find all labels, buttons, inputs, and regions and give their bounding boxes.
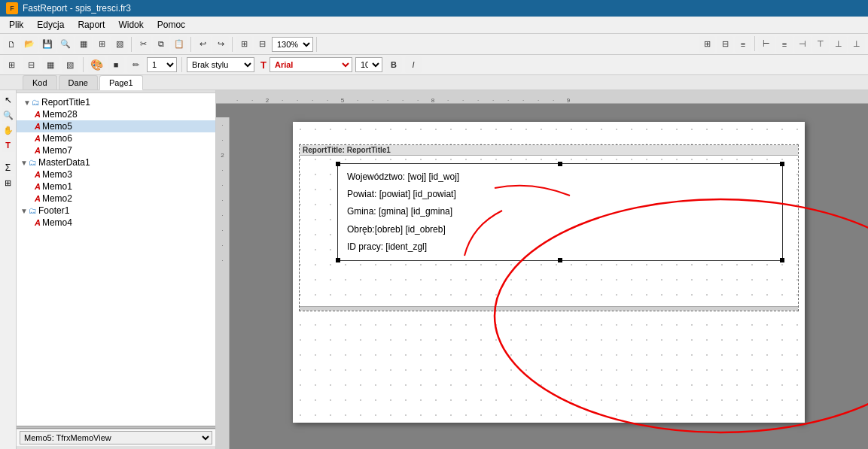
memo-icon-memo3: A [35, 170, 41, 179]
report-page: ReportTitle: ReportTitle1 [293, 122, 805, 423]
sum-tool[interactable]: Σ [2, 161, 15, 174]
menu-edycja[interactable]: Edycja [31, 18, 70, 32]
align-left[interactable]: ⊢ [758, 36, 775, 53]
band-content: Województwo: [woj] [id_woj] Powiat: [pow… [300, 156, 798, 306]
tab-dane[interactable]: Dane [59, 75, 98, 89]
tree-item-masterdata1[interactable]: ▼ 🗂 MasterData1 [17, 156, 215, 168]
open-button[interactable]: 📂 [21, 36, 38, 53]
print-button[interactable]: ▦ [75, 36, 92, 53]
tab-page1[interactable]: Page1 [99, 75, 143, 90]
bold-button[interactable]: B [385, 56, 402, 73]
label-reporttitle1: ReportTitle1 [41, 97, 90, 108]
component-select[interactable]: Memo5: TfrxMemoView [20, 431, 212, 444]
new-button[interactable]: 🗋 [3, 36, 20, 53]
tab-kod[interactable]: Kod [23, 75, 57, 89]
undo-button[interactable]: ↩ [194, 36, 211, 53]
toggle-masterdata1[interactable]: ▼ [20, 157, 29, 168]
btn6[interactable]: ▧ [111, 36, 128, 53]
canvas-scroll[interactable]: ReportTitle: ReportTitle1 [230, 104, 868, 449]
italic-button[interactable]: I [405, 56, 422, 73]
menu-pomoc[interactable]: Pomoc [151, 18, 191, 32]
preview-button[interactable]: 🔍 [57, 36, 74, 53]
folder-icon-masterdata1: 🗂 [29, 158, 37, 167]
menu-bar: Plik Edycja Raport Widok Pomoc [0, 17, 868, 34]
text-tool[interactable]: T [2, 138, 15, 152]
label-footer1: Footer1 [38, 205, 69, 216]
copy-button[interactable]: ⧉ [153, 36, 169, 53]
memo-icon-memo4: A [35, 218, 41, 227]
grid-tool[interactable]: ⊞ [2, 176, 15, 190]
style-select[interactable]: Brak stylu [187, 57, 254, 72]
cursor-tool[interactable]: ↖ [2, 93, 15, 107]
menu-plik[interactable]: Plik [3, 18, 29, 32]
handle-bl [336, 258, 340, 262]
folder-icon-reporttitle1: 🗂 [32, 98, 40, 107]
cut-button[interactable]: ✂ [135, 36, 151, 53]
align-top[interactable]: ⊤ [812, 36, 829, 53]
paste-button[interactable]: 📋 [171, 36, 187, 53]
sep2 [190, 37, 191, 52]
hand-tool[interactable]: ✋ [2, 123, 15, 137]
top-margin [293, 122, 805, 144]
save-button[interactable]: 💾 [39, 36, 56, 53]
band-resize-handle[interactable] [300, 306, 798, 311]
toggle-reporttitle1[interactable]: ▼ [23, 97, 32, 108]
format-btn2[interactable]: ⊟ [23, 56, 39, 73]
ruler-marks: · · 2 · · · · 5 · · · · · 8 · · · · · · [230, 90, 576, 104]
zoom-select[interactable]: 50%75%100%130%150%200% [272, 37, 313, 52]
format-btn1[interactable]: ⊞ [3, 56, 20, 73]
property-panel: Memo5: TfrxMemoView [17, 429, 215, 446]
tree-item-memo7[interactable]: A Memo7 [17, 144, 215, 156]
tree-item-memo2[interactable]: A Memo2 [17, 193, 215, 205]
color-btn[interactable]: 🎨 [88, 56, 105, 73]
grid-btn3[interactable]: ≡ [735, 36, 751, 53]
panel-bottom [17, 446, 215, 449]
align-middle[interactable]: ⊥ [830, 36, 847, 53]
zoom-tool[interactable]: 🔍 [2, 108, 15, 122]
left-section: ↖ 🔍 ✋ T Σ ⊞ ▼ 🗂 ReportTitle1 [0, 90, 216, 449]
zoom-fit[interactable]: ⊞ [236, 36, 252, 53]
handle-br [780, 258, 784, 262]
sep1 [131, 37, 132, 52]
memo-line-2: Powiat: [powiat] [id_powiat] [344, 186, 776, 203]
format-btn4[interactable]: ▧ [62, 56, 78, 73]
memo-line-4: Obręb:[obreb] [id_obreb] [344, 221, 776, 238]
grid-btn2[interactable]: ⊟ [717, 36, 733, 53]
memo-icon-memo1: A [35, 182, 41, 191]
align-center[interactable]: ≡ [776, 36, 793, 53]
align-bottom[interactable]: ⊥ [848, 36, 865, 53]
line-btn[interactable]: ✏ [127, 56, 144, 73]
tree-item-memo3[interactable]: A Memo3 [17, 168, 215, 181]
toolbar-main: 🗋 📂 💾 🔍 ▦ ⊞ ▧ ✂ ⧉ 📋 ↩ ↪ ⊞ ⊟ 50%75%100%13… [0, 34, 868, 55]
line-width-select[interactable]: 123 [147, 57, 177, 72]
label-memo4: Memo4 [42, 217, 72, 228]
font-icon: T [260, 59, 266, 71]
align-right[interactable]: ⊣ [794, 36, 811, 53]
font-size-select[interactable]: 10 [355, 57, 382, 72]
tree-item-footer1[interactable]: ▼ 🗂 Footer1 [17, 205, 215, 217]
label-memo2: Memo2 [42, 193, 72, 204]
memo5-block[interactable]: Województwo: [woj] [id_woj] Powiat: [pow… [337, 163, 783, 261]
tree-item-memo1[interactable]: A Memo1 [17, 181, 215, 193]
format-btn3[interactable]: ▦ [42, 56, 59, 73]
btn5[interactable]: ⊞ [93, 36, 110, 53]
grid-btn1[interactable]: ⊞ [699, 36, 715, 53]
tree-item-memo4[interactable]: A Memo4 [17, 217, 215, 229]
folder-icon-footer1: 🗂 [29, 206, 37, 215]
handle-tr [780, 162, 784, 166]
tree-item-memo5[interactable]: A Memo5 [17, 120, 215, 132]
tree-item-memo28[interactable]: A Memo28 [17, 108, 215, 120]
ruler-horizontal: · · 2 · · · · 5 · · · · · 8 · · · · · · [216, 90, 868, 104]
redo-button[interactable]: ↪ [212, 36, 229, 53]
tree-area: ▼ 🗂 ReportTitle1 A Memo28 A Memo5 [17, 93, 215, 426]
left-icon-strip: ↖ 🔍 ✋ T Σ ⊞ [0, 90, 17, 449]
font-select[interactable]: Arial [270, 57, 352, 72]
tree-item-memo6[interactable]: A Memo6 [17, 132, 215, 144]
ruler-vertical: · · 2 · · · · · · · [216, 117, 230, 449]
toggle-footer1[interactable]: ▼ [20, 205, 29, 216]
zoom-custom[interactable]: ⊟ [254, 36, 270, 53]
fill-btn[interactable]: ■ [108, 56, 124, 73]
tree-item-reporttitle1[interactable]: ▼ 🗂 ReportTitle1 [17, 96, 215, 108]
menu-widok[interactable]: Widok [112, 18, 149, 32]
menu-raport[interactable]: Raport [72, 18, 111, 32]
